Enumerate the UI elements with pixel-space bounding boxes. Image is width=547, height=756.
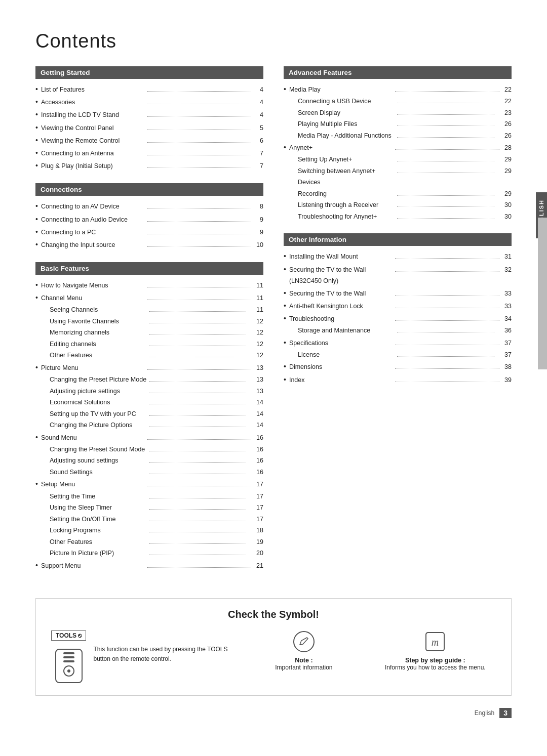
footer: English 3 (35, 706, 512, 718)
list-item: Playing Multiple Files26 (284, 118, 512, 130)
remote-btn-2 (63, 656, 74, 658)
toc-list-connections: Connecting to an AV Device8Connecting to… (35, 200, 263, 251)
list-item: Listening through a Receiver30 (284, 199, 512, 211)
list-item: Anynet+28 (284, 141, 512, 154)
list-item: License37 (284, 349, 512, 361)
symbol-note-item: Note : Important information (243, 631, 364, 671)
footer-page: English 3 (475, 708, 512, 718)
list-item: Sound Menu16 (35, 431, 263, 444)
section-basic-features: Basic Features How to Navigate Menus11Ch… (35, 262, 263, 572)
list-item: Connecting a USB Device22 (284, 96, 512, 107)
right-column: Advanced Features Media Play22Connecting… (284, 66, 512, 583)
list-item: List of Features4 (35, 83, 263, 96)
page: Contents Getting Started List of Feature… (0, 0, 547, 738)
remote-icon (55, 649, 83, 683)
list-item: Memorizing channels12 (35, 327, 263, 339)
section-other-information: Other Information Installing the Wall Mo… (284, 233, 512, 386)
list-item: Adjusting sound settings16 (35, 455, 263, 467)
toc-list-other-information: Installing the Wall Mount31Securing the … (284, 250, 512, 386)
step-label: Step by step guide : (405, 657, 465, 664)
list-item: Troubleshooting for Anynet+30 (284, 211, 512, 223)
list-item: Using Favorite Channels12 (35, 316, 263, 327)
list-item: Index39 (284, 373, 512, 386)
list-item: Connecting to a PC9 (35, 226, 263, 238)
list-item: Switching between Anynet+ Devices29 (284, 165, 512, 188)
check-symbol-title: Check the Symbol! (51, 609, 496, 620)
step-guide-icon: m (424, 631, 446, 653)
list-item: Locking Programs18 (35, 525, 263, 536)
list-item: Setting the On/Off Time17 (35, 514, 263, 525)
list-item: Screen Display23 (284, 107, 512, 119)
list-item: Dimensions38 (284, 360, 512, 373)
remote-circle (63, 665, 74, 677)
list-item: Anti-theft Kensington Lock33 (284, 300, 512, 312)
toc-list-basic-features: How to Navigate Menus11Channel Menu11See… (35, 279, 263, 572)
list-item: Viewing the Control Panel5 (35, 121, 263, 134)
svg-text:m: m (432, 637, 439, 648)
list-item: Specifications37 (284, 337, 512, 349)
list-item: Recording29 (284, 188, 512, 200)
note-label: Note : (295, 657, 312, 664)
language-tab-gray (538, 218, 547, 369)
list-item: Accessories4 (35, 96, 263, 108)
list-item: Other Features12 (35, 350, 263, 361)
footer-page-number: 3 (499, 708, 512, 718)
symbol-tools-item: TOOLS ⎋ This function can be used by pre… (51, 631, 233, 683)
section-header-getting-started: Getting Started (35, 66, 263, 79)
tools-badge: TOOLS ⎋ (51, 631, 86, 641)
list-item: Installing the Wall Mount31 (284, 250, 512, 263)
toc-list-getting-started: List of Features4Accessories4Installing … (35, 83, 263, 172)
list-item: Setting Up Anynet+29 (284, 154, 512, 165)
list-item: Support Menu21 (35, 559, 263, 572)
list-item: Securing the TV to the Wall (LN32C450 On… (284, 263, 512, 287)
footer-lang: English (475, 709, 494, 717)
tools-description: This function can be used by pressing th… (93, 631, 233, 664)
list-item: Plug & Play (Initial Setup)7 (35, 159, 263, 172)
list-item: Troubleshooting34 (284, 312, 512, 325)
list-item: Picture In Picture (PIP)20 (35, 548, 263, 559)
note-description: Important information (275, 664, 332, 671)
list-item: Media Play22 (284, 83, 512, 96)
left-column: Getting Started List of Features4Accesso… (35, 66, 263, 583)
step-description: Informs you how to access the menu. (385, 664, 486, 671)
remote-btn-top (63, 652, 74, 654)
remote-btn-3 (63, 660, 74, 662)
remote-center-dot (67, 669, 70, 673)
list-item: Other Features19 (35, 536, 263, 548)
svg-point-0 (294, 632, 314, 652)
list-item: Media Play - Additional Functions26 (284, 130, 512, 142)
list-item: Installing the LCD TV Stand4 (35, 108, 263, 121)
symbol-step-item: m Step by step guide : Informs you how t… (375, 631, 496, 671)
list-item: Picture Menu13 (35, 361, 263, 374)
section-header-advanced-features: Advanced Features (284, 66, 512, 79)
list-item: Securing the TV to the Wall33 (284, 287, 512, 300)
main-content: Getting Started List of Features4Accesso… (35, 66, 512, 583)
note-icon (293, 631, 315, 653)
list-item: Changing the Preset Sound Mode16 (35, 444, 263, 455)
section-header-basic-features: Basic Features (35, 262, 263, 275)
symbol-row: TOOLS ⎋ This function can be used by pre… (51, 631, 496, 683)
section-advanced-features: Advanced Features Media Play22Connecting… (284, 66, 512, 222)
list-item: Seeing Channels11 (35, 304, 263, 316)
list-item: Connecting to an Antenna7 (35, 147, 263, 159)
section-header-other-information: Other Information (284, 233, 512, 246)
list-item: Setting the Time17 (35, 491, 263, 502)
list-item: Changing the Picture Options14 (35, 419, 263, 431)
list-item: Setting up the TV with your PC14 (35, 408, 263, 420)
list-item: Adjusting picture settings13 (35, 386, 263, 397)
check-symbol-section: Check the Symbol! TOOLS ⎋ This f (35, 598, 512, 696)
list-item: Storage and Maintenance36 (284, 325, 512, 337)
list-item: Economical Solutions14 (35, 397, 263, 408)
list-item: Connecting to an Audio Device9 (35, 213, 263, 226)
list-item: Setup Menu17 (35, 478, 263, 490)
list-item: Connecting to an AV Device8 (35, 200, 263, 213)
list-item: Changing the Input source10 (35, 238, 263, 251)
section-header-connections: Connections (35, 183, 263, 196)
list-item: Editing channels12 (35, 339, 263, 350)
list-item: Channel Menu11 (35, 291, 263, 304)
list-item: Using the Sleep Timer17 (35, 502, 263, 514)
list-item: Sound Settings16 (35, 467, 263, 478)
page-title: Contents (35, 30, 512, 52)
section-getting-started: Getting Started List of Features4Accesso… (35, 66, 263, 172)
section-connections: Connections Connecting to an AV Device8C… (35, 183, 263, 251)
